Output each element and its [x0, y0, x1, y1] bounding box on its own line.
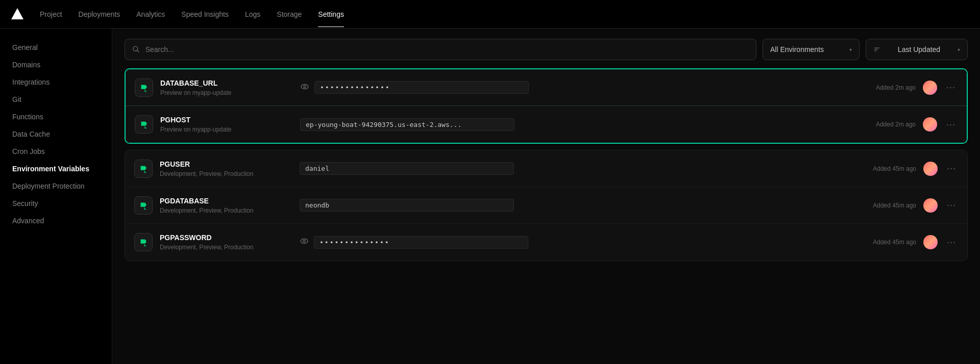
nav-project[interactable]: Project — [33, 6, 69, 22]
sidebar-item-integrations[interactable]: Integrations — [0, 73, 112, 91]
env-value-area-pgdatabase: neondb — [300, 199, 866, 212]
env-row-pghost: PGHOST Preview on myapp-update ep-young-… — [126, 106, 967, 143]
avatar-pgdatabase — [923, 198, 938, 213]
env-name-pghost: PGHOST — [160, 116, 293, 124]
env-meta-pgdatabase: Added 45m ago ··· — [873, 198, 958, 213]
more-menu-pghost[interactable]: ··· — [944, 117, 958, 132]
env-row-pguser: PGUSER Development, Preview, Production … — [125, 150, 967, 187]
sort-dropdown[interactable]: Last Updated ▾ — [866, 39, 968, 60]
more-menu-pguser[interactable]: ··· — [945, 161, 958, 176]
sidebar-item-functions[interactable]: Functions — [0, 108, 112, 125]
avatar-pguser — [923, 162, 938, 176]
nav-speed-insights[interactable]: Speed Insights — [174, 6, 236, 22]
sidebar-item-security[interactable]: Security — [0, 195, 112, 212]
more-menu-pgdatabase[interactable]: ··· — [945, 198, 958, 213]
svg-point-12 — [303, 240, 305, 242]
env-value-area-pghost: ep-young-boat-94290375.us-east-2.aws... — [300, 118, 869, 131]
env-info-pgpassword: PGPASSWORD Development, Preview, Product… — [160, 233, 292, 251]
neon-logo-icon-pgdatabase — [138, 200, 149, 211]
nav-logs[interactable]: Logs — [238, 6, 267, 22]
normal-env-group: PGUSER Development, Preview, Production … — [125, 150, 968, 261]
env-dropdown-label: All Environments — [770, 45, 824, 54]
more-menu-database-url[interactable]: ··· — [944, 80, 958, 95]
env-meta-database-url: Added 2m ago ··· — [876, 80, 958, 95]
sidebar-item-advanced[interactable]: Advanced — [0, 212, 112, 229]
env-value-database-url: •••••••••••••• — [314, 81, 529, 94]
neon-icon-database-url — [135, 79, 153, 97]
sidebar-item-data-cache[interactable]: Data Cache — [0, 125, 112, 143]
env-meta-pguser: Added 45m ago ··· — [873, 161, 958, 176]
env-row-pgpassword: PGPASSWORD Development, Preview, Product… — [125, 224, 967, 261]
sidebar-item-deployment-protection[interactable]: Deployment Protection — [0, 177, 112, 195]
env-time-pgpassword: Added 45m ago — [873, 239, 916, 246]
highlighted-env-group: DATABASE_URL Preview on myapp-update •••… — [125, 68, 968, 144]
avatar-pghost — [923, 117, 937, 132]
env-row-pgdatabase: PGDATABASE Development, Preview, Product… — [125, 187, 967, 224]
env-time-pguser: Added 45m ago — [873, 165, 916, 172]
neon-icon-pghost — [135, 115, 153, 134]
env-value-area-pgpassword: •••••••••••••• — [300, 236, 866, 249]
sidebar-item-git[interactable]: Git — [0, 91, 112, 108]
env-value-pgpassword: •••••••••••••• — [314, 236, 528, 249]
env-row-database-url: DATABASE_URL Preview on myapp-update •••… — [126, 69, 967, 106]
sidebar-item-general[interactable]: General — [0, 39, 112, 56]
sidebar-item-domains[interactable]: Domains — [0, 56, 112, 73]
nav-storage[interactable]: Storage — [270, 6, 309, 22]
env-value-pghost: ep-young-boat-94290375.us-east-2.aws... — [300, 118, 514, 131]
svg-point-11 — [301, 239, 308, 244]
env-value-area-pguser: daniel — [300, 162, 866, 175]
eye-icon-pgpassword[interactable] — [300, 237, 309, 248]
env-scope-pghost: Preview on myapp-update — [160, 126, 293, 133]
sidebar-item-env-variables[interactable]: Environment Variables — [0, 160, 112, 177]
env-name-database-url: DATABASE_URL — [160, 79, 293, 87]
chevron-down-icon: ▾ — [849, 47, 852, 53]
env-time-database-url: Added 2m ago — [876, 84, 916, 91]
neon-icon-pgpassword — [134, 233, 153, 251]
avatar-database-url — [923, 81, 937, 95]
more-menu-pgpassword[interactable]: ··· — [945, 235, 958, 250]
nav-deployments[interactable]: Deployments — [71, 6, 128, 22]
avatar-pgpassword — [923, 235, 938, 249]
sort-dropdown-label: Last Updated — [898, 45, 940, 54]
env-scope-pguser: Development, Preview, Production — [160, 170, 292, 177]
neon-logo-icon-pghost — [138, 119, 150, 130]
main-content: All Environments ▾ Last Updated ▾ — [112, 29, 980, 364]
search-icon — [132, 45, 140, 54]
env-time-pghost: Added 2m ago — [876, 121, 916, 128]
svg-point-5 — [301, 84, 308, 89]
env-value-area-database-url: •••••••••••••• — [300, 81, 869, 94]
env-scope-pgpassword: Development, Preview, Production — [160, 244, 292, 251]
env-dropdown[interactable]: All Environments ▾ — [763, 39, 860, 60]
env-info-pguser: PGUSER Development, Preview, Production — [160, 160, 292, 177]
env-info-database-url: DATABASE_URL Preview on myapp-update — [160, 79, 293, 96]
env-value-pgdatabase: neondb — [300, 199, 514, 212]
eye-icon-database-url[interactable] — [300, 82, 309, 93]
search-input[interactable] — [145, 45, 749, 54]
env-name-pgpassword: PGPASSWORD — [160, 233, 292, 242]
env-info-pgdatabase: PGDATABASE Development, Preview, Product… — [160, 197, 292, 214]
env-scope-pgdatabase: Development, Preview, Production — [160, 207, 292, 214]
svg-point-6 — [304, 86, 306, 88]
sort-chevron-down-icon: ▾ — [958, 47, 960, 53]
env-var-list: DATABASE_URL Preview on myapp-update •••… — [125, 68, 968, 261]
toolbar: All Environments ▾ Last Updated ▾ — [125, 39, 968, 60]
sort-icon — [873, 46, 880, 53]
neon-logo-icon-pgpassword — [138, 237, 149, 248]
env-info-pghost: PGHOST Preview on myapp-update — [160, 116, 293, 133]
vercel-logo — [10, 7, 24, 21]
neon-logo-icon — [138, 82, 150, 93]
nav-analytics[interactable]: Analytics — [129, 6, 172, 22]
search-box[interactable] — [125, 39, 756, 60]
sidebar-item-cron-jobs[interactable]: Cron Jobs — [0, 143, 112, 160]
top-nav: Project Deployments Analytics Speed Insi… — [0, 0, 980, 29]
neon-logo-icon-pguser — [138, 163, 149, 174]
sidebar: General Domains Integrations Git Functio… — [0, 29, 112, 364]
env-name-pguser: PGUSER — [160, 160, 292, 168]
env-meta-pgpassword: Added 45m ago ··· — [873, 235, 958, 250]
neon-icon-pguser — [134, 160, 153, 178]
nav-settings[interactable]: Settings — [311, 6, 351, 22]
neon-icon-pgdatabase — [134, 196, 153, 215]
env-time-pgdatabase: Added 45m ago — [873, 202, 916, 209]
env-name-pgdatabase: PGDATABASE — [160, 197, 292, 205]
env-meta-pghost: Added 2m ago ··· — [876, 117, 958, 132]
